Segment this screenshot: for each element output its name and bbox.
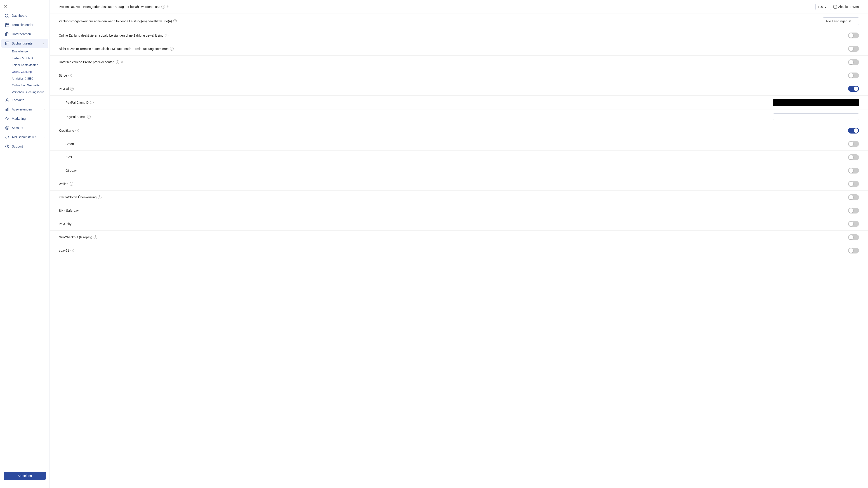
help-icon[interactable]: ?	[90, 101, 94, 104]
toggle-online-zahlung-deaktivieren[interactable]	[848, 33, 859, 38]
toggle-klarna[interactable]	[848, 194, 859, 200]
row-label: PayPal Secret ?	[59, 115, 764, 119]
help-icon[interactable]: ?	[70, 182, 73, 186]
sidebar-item-kontakte[interactable]: Kontakte	[1, 96, 48, 105]
contacts-icon	[5, 98, 9, 102]
sidebar-item-account[interactable]: Account ›	[1, 123, 48, 132]
sidebar-sub-felder-kontaktdaten[interactable]: Felder Kontaktdaten	[1, 62, 48, 68]
sidebar-item-support[interactable]: Support	[1, 142, 48, 151]
help-icon[interactable]: ?	[75, 129, 79, 132]
row-label: Kreditkarte ?	[59, 129, 764, 132]
chevron-right-icon: ›	[43, 127, 44, 129]
toggle-stripe[interactable]	[848, 72, 859, 78]
toggle-payunity[interactable]	[848, 221, 859, 227]
sidebar-item-dashboard[interactable]: Dashboard	[1, 11, 48, 20]
help-icon[interactable]: ?	[170, 47, 174, 51]
help-icon[interactable]: ?	[68, 74, 72, 77]
toggle-giropay[interactable]	[848, 168, 859, 173]
sidebar-sub-einstellungen[interactable]: Einstellungen	[1, 48, 48, 55]
sidebar-item-label: Account	[12, 126, 23, 130]
api-icon	[5, 135, 9, 139]
chevron-down-icon: ∨	[849, 20, 851, 23]
row-control	[764, 128, 859, 133]
sidebar-item-marketing[interactable]: Marketing ›	[1, 114, 48, 123]
toggle-kreditkarte[interactable]	[848, 128, 859, 133]
sidebar-navigation: Dashboard Terminkalender Unternehmen ›	[0, 11, 50, 468]
row-control	[764, 168, 859, 173]
settings-row: EPS	[50, 151, 868, 164]
sidebar-sub-einbindung-webseite[interactable]: Einbindung Webseite	[1, 82, 48, 89]
row-control	[764, 86, 859, 92]
settings-row: Zahlungsmöglichkeit nur anzeigen wenn fo…	[50, 14, 868, 29]
settings-row: Sofort	[50, 137, 868, 151]
filter-icon[interactable]: ⚙	[166, 5, 170, 8]
help-icon[interactable]: ?	[94, 235, 97, 239]
sidebar-sub-online-zahlung[interactable]: Online Zahlung	[1, 68, 48, 75]
close-sidebar-button[interactable]: ✕	[4, 4, 7, 8]
paypal-secret-input[interactable]	[773, 113, 859, 120]
sidebar-sub-analytics-seo[interactable]: Analytics & SEO	[1, 75, 48, 82]
row-control	[764, 113, 859, 120]
sidebar-sub-farben-schrift[interactable]: Farben & Schrift	[1, 55, 48, 61]
row-control	[764, 33, 859, 38]
toggle-girocheckout[interactable]	[848, 234, 859, 240]
filter-icon[interactable]: ⚙	[121, 60, 124, 64]
settings-list: Prozentsatz vom Betrag oder absoluter Be…	[50, 0, 868, 257]
sidebar-item-label: Unternehmen	[12, 32, 31, 36]
sidebar-item-terminkalender[interactable]: Terminkalender	[1, 20, 48, 29]
toggle-epay21[interactable]	[848, 248, 859, 254]
svg-rect-8	[6, 33, 9, 36]
absoluter-wert-checkbox-label[interactable]: Absoluter Wert	[833, 5, 859, 8]
svg-point-18	[7, 127, 8, 128]
chart-icon	[5, 107, 9, 111]
toggle-sofort[interactable]	[848, 141, 859, 147]
help-icon[interactable]: ?	[161, 5, 165, 8]
sidebar-sub-vorschau-buchungsseite[interactable]: Vorschau Buchungsseite	[1, 89, 48, 95]
svg-rect-2	[6, 16, 7, 18]
help-icon[interactable]: ?	[116, 60, 119, 64]
settings-row: Klarna/Sofort Überweisung ?	[50, 191, 868, 204]
settings-row: Prozentsatz vom Betrag oder absoluter Be…	[50, 0, 868, 14]
help-icon[interactable]: ?	[87, 115, 91, 119]
sidebar-item-label: Terminkalender	[12, 23, 33, 27]
settings-row: Online Zahlung deaktivieren sobald Leist…	[50, 29, 868, 42]
help-icon[interactable]: ?	[165, 34, 168, 37]
chevron-down-icon: ∨	[43, 42, 44, 45]
toggle-paypal[interactable]	[848, 86, 859, 92]
sidebar-item-label: Dashboard	[12, 14, 27, 18]
building-icon	[5, 32, 9, 36]
row-label: Nicht bezahlte Termine automatisch x Min…	[59, 47, 764, 51]
toggle-nicht-bezahlte[interactable]	[848, 46, 859, 52]
row-label: Zahlungsmöglichkeit nur anzeigen wenn fo…	[59, 20, 764, 23]
absoluter-wert-checkbox[interactable]	[833, 5, 837, 8]
number-dropdown[interactable]: 100 ∨	[815, 4, 831, 10]
sidebar-item-auswertungen[interactable]: Auswertungen ›	[1, 105, 48, 114]
settings-row: Wallee ?	[50, 177, 868, 191]
help-icon[interactable]: ?	[173, 20, 177, 23]
row-label: PayUnity	[59, 222, 764, 226]
toggle-eps[interactable]	[848, 154, 859, 160]
settings-row: PayPal ?	[50, 82, 868, 96]
help-icon[interactable]: ?	[70, 87, 74, 91]
logout-button[interactable]: Abmelden	[4, 472, 46, 480]
marketing-icon	[5, 116, 9, 121]
sidebar-item-api[interactable]: API Schnittstellen ›	[1, 133, 48, 142]
toggle-unterschiedliche-preise[interactable]	[848, 59, 859, 65]
settings-row: Unterschiedliche Preise pro Wochentag ? …	[50, 56, 868, 69]
row-control	[764, 99, 859, 106]
sidebar-item-unternehmen[interactable]: Unternehmen ›	[1, 30, 48, 39]
svg-rect-0	[6, 14, 7, 15]
settings-row: GiroCheckout (Giropay) ?	[50, 231, 868, 244]
svg-point-12	[6, 98, 8, 100]
alle-leistungen-dropdown[interactable]: Alle Leistungen ∨	[823, 18, 859, 25]
toggle-six-saferpay[interactable]	[848, 207, 859, 214]
help-icon[interactable]: ?	[98, 195, 101, 199]
sidebar-item-buchungsseite[interactable]: Buchungsseite ∨	[1, 39, 48, 48]
row-control	[764, 194, 859, 200]
svg-rect-15	[7, 108, 7, 111]
settings-row: Nicht bezahlte Termine automatisch x Min…	[50, 42, 868, 56]
help-icon[interactable]: ?	[70, 249, 74, 252]
paypal-client-id-input[interactable]	[773, 99, 859, 106]
sidebar-close-area: ✕	[0, 0, 50, 11]
toggle-wallee[interactable]	[848, 181, 859, 187]
